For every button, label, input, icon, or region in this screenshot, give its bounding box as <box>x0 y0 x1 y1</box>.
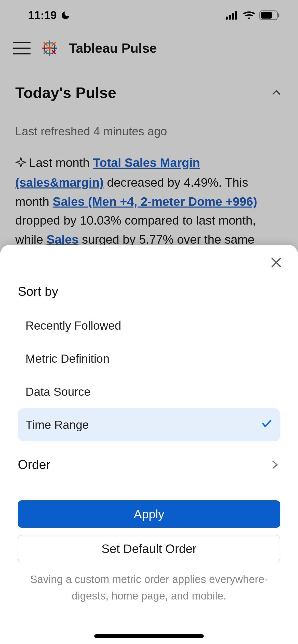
status-time: 11:19 <box>28 9 57 22</box>
svg-rect-2 <box>232 13 234 20</box>
apply-label: Apply <box>134 507 164 521</box>
link-sales-men-dome[interactable]: Sales (Men +4, 2-meter Dome +996) <box>53 195 257 208</box>
status-left: 11:19 <box>28 9 71 22</box>
sheet-title: Sort by <box>18 284 280 299</box>
option-label: Time Range <box>25 418 89 432</box>
status-bar: 11:19 <box>0 0 298 31</box>
option-label: Recently Followed <box>25 319 121 332</box>
option-data-source[interactable]: Data Source <box>18 375 280 408</box>
moon-icon <box>60 10 71 20</box>
divider <box>17 444 281 444</box>
svg-rect-0 <box>226 17 228 20</box>
check-icon <box>261 418 273 432</box>
option-time-range[interactable]: Time Range <box>18 408 280 441</box>
chevron-up-icon <box>270 86 283 99</box>
sheet-note: Saving a custom metric order applies eve… <box>18 571 280 604</box>
option-recently-followed[interactable]: Recently Followed <box>18 309 280 342</box>
sort-options: Recently Followed Metric Definition Data… <box>18 309 280 441</box>
menu-button[interactable] <box>13 42 31 54</box>
svg-rect-5 <box>261 12 272 19</box>
tableau-logo-icon <box>41 39 59 57</box>
cellular-icon <box>226 11 239 20</box>
link-sales[interactable]: Sales <box>47 233 78 246</box>
wifi-icon <box>243 11 255 20</box>
battery-icon <box>259 10 280 20</box>
apply-button[interactable]: Apply <box>18 500 280 528</box>
pulse-header[interactable]: Today's Pulse <box>15 84 283 101</box>
set-default-order-label: Set Default Order <box>101 542 197 556</box>
set-default-order-button[interactable]: Set Default Order <box>18 535 280 562</box>
insight-t1: Last month <box>29 156 93 169</box>
option-label: Metric Definition <box>25 352 110 365</box>
insight-text: Last month Total Sales Margin (sales&mar… <box>15 153 283 249</box>
svg-rect-3 <box>235 11 237 20</box>
sparkle-icon <box>15 154 26 173</box>
svg-rect-6 <box>278 13 279 17</box>
pulse-title: Today's Pulse <box>15 84 116 101</box>
home-indicator[interactable] <box>94 634 204 638</box>
svg-rect-1 <box>229 15 231 20</box>
sort-sheet: Sort by Recently Followed Metric Definit… <box>0 245 298 644</box>
insight-t4: surged by 5.77% over the same <box>78 233 254 246</box>
last-refreshed: Last refreshed 4 minutes ago <box>15 124 283 138</box>
order-row[interactable]: Order <box>18 447 280 482</box>
main-content: Today's Pulse Last refreshed 4 minutes a… <box>0 66 298 249</box>
status-right <box>226 10 280 20</box>
option-metric-definition[interactable]: Metric Definition <box>18 342 280 375</box>
app-header: Tableau Pulse <box>0 31 298 66</box>
close-icon <box>269 255 284 270</box>
option-label: Data Source <box>25 385 91 399</box>
order-label: Order <box>18 457 50 472</box>
app-title: Tableau Pulse <box>69 40 157 56</box>
close-button[interactable] <box>269 255 284 271</box>
chevron-right-icon <box>269 459 280 470</box>
